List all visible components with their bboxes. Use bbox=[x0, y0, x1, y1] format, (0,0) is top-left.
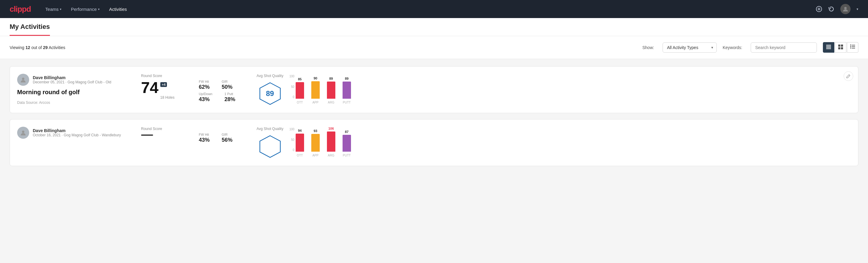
keyword-input[interactable] bbox=[751, 42, 817, 53]
stat-fw-hit-value-2: 43% bbox=[199, 137, 210, 143]
stat-1putt-value: 28% bbox=[224, 96, 235, 103]
bar-putt: 89 PUTT bbox=[343, 82, 351, 99]
show-label: Show: bbox=[643, 45, 654, 50]
bar-arg: 89 ARG bbox=[327, 82, 335, 99]
activity-card-2: Dave Billingham October 16, 2021 · Gog M… bbox=[10, 119, 858, 166]
stat-gir-value-2: 56% bbox=[222, 137, 232, 143]
svg-rect-5 bbox=[826, 46, 831, 47]
bar-app-value: 90 bbox=[314, 77, 317, 80]
user-date-2: October 16, 2021 · Gog Magog Golf Club -… bbox=[33, 133, 121, 137]
svg-point-3 bbox=[844, 7, 847, 9]
bar-putt-value-2: 87 bbox=[345, 130, 349, 134]
stat-gir-label-2: GIR bbox=[222, 133, 232, 136]
stat-fw-hit-value: 62% bbox=[199, 84, 210, 90]
y-label-0: 0 bbox=[289, 95, 294, 99]
page-header: My Activities bbox=[0, 18, 868, 36]
stat-gir-label: GIR bbox=[222, 80, 232, 83]
y-label-100: 100 bbox=[289, 75, 294, 78]
stat-fw-hit-label: FW Hit bbox=[199, 80, 210, 83]
bar-putt-2: 87 PUTT bbox=[343, 135, 351, 152]
svg-rect-7 bbox=[826, 49, 831, 49]
navbar: clippd Teams ▾ Performance ▾ Activities bbox=[0, 0, 868, 18]
view-grid-button[interactable] bbox=[835, 42, 846, 53]
activity-title: Morning round of golf bbox=[17, 89, 131, 96]
bar-ott-bar-2 bbox=[296, 134, 304, 152]
view-list-compact-button[interactable] bbox=[823, 42, 834, 53]
y-axis: 100 50 0 bbox=[289, 75, 294, 105]
stat-gir-value: 50% bbox=[222, 84, 232, 90]
user-name-2: Dave Billingham bbox=[33, 128, 121, 133]
nav-performance[interactable]: Performance ▾ bbox=[71, 5, 99, 13]
quality-section: Avg Shot Quality 89 bbox=[256, 74, 283, 106]
svg-point-20 bbox=[22, 130, 24, 133]
score-number: 74 bbox=[141, 80, 158, 95]
bar-app-bar bbox=[311, 81, 320, 99]
round-score-label: Round Score bbox=[141, 74, 189, 78]
filter-bar: Viewing 12 out of 29 Activities Show: Al… bbox=[0, 36, 868, 59]
bar-app-label: APP bbox=[312, 101, 318, 104]
user-row-2: Dave Billingham October 16, 2021 · Gog M… bbox=[17, 127, 131, 139]
bar-ott-label-2: OTT bbox=[297, 154, 303, 157]
stat-updown-value: 43% bbox=[199, 96, 212, 103]
nav-teams[interactable]: Teams ▾ bbox=[45, 5, 61, 13]
svg-rect-4 bbox=[826, 45, 831, 46]
avatar[interactable] bbox=[840, 4, 850, 14]
edit-button[interactable] bbox=[844, 71, 853, 81]
refresh-button[interactable] bbox=[828, 6, 834, 12]
card-left: Dave Billingham December 05, 2021 · Gog … bbox=[17, 74, 131, 105]
svg-marker-21 bbox=[260, 136, 280, 157]
score-holes: 18 Holes bbox=[160, 95, 175, 99]
stat-row-bottom: Up/Down 43% 1 Putt 28% bbox=[199, 92, 247, 103]
bar-arg-value: 89 bbox=[329, 77, 333, 80]
hex-value: 89 bbox=[266, 89, 274, 98]
app-logo[interactable]: clippd bbox=[10, 4, 31, 14]
stat-updown: Up/Down 43% bbox=[199, 92, 212, 103]
bar-putt-bar bbox=[343, 82, 351, 99]
y-label-50: 50 bbox=[289, 85, 294, 88]
avg-shot-quality-label: Avg Shot Quality bbox=[256, 74, 283, 78]
stat-gir-2: GIR 56% bbox=[222, 133, 232, 143]
score-badge: +4 bbox=[160, 82, 167, 87]
svg-rect-15 bbox=[852, 46, 855, 47]
activity-type-select-wrapper[interactable]: All Activity Types Round Practice bbox=[662, 42, 717, 53]
viewing-text: Viewing 12 out of 29 Activities bbox=[10, 45, 65, 50]
bar-app-2: 93 APP bbox=[311, 134, 320, 152]
bar-arg-bar bbox=[327, 82, 335, 99]
bar-arg-label-2: ARG bbox=[328, 154, 335, 157]
stat-gir: GIR 50% bbox=[222, 80, 232, 90]
data-source: Data Source: Arccos bbox=[17, 100, 131, 105]
bar-ott: 85 OTT bbox=[296, 82, 304, 99]
bar-putt-label-2: PUTT bbox=[343, 154, 351, 157]
bar-arg-label: ARG bbox=[328, 101, 335, 104]
bar-chart-2: 100 50 0 94 OTT 93 APP bbox=[289, 127, 851, 158]
round-score-label-2: Round Score bbox=[141, 127, 189, 131]
stat-1putt-label: 1 Putt bbox=[224, 92, 235, 96]
bar-putt-bar-2 bbox=[343, 135, 351, 152]
stat-fw-hit: FW Hit 62% bbox=[199, 80, 210, 90]
chart-bars: 85 OTT 90 APP 89 ARG bbox=[296, 75, 351, 105]
bar-app-value-2: 93 bbox=[314, 129, 317, 133]
svg-rect-6 bbox=[826, 47, 831, 48]
svg-rect-16 bbox=[850, 48, 851, 49]
stat-fw-hit-2: FW Hit 43% bbox=[199, 133, 210, 143]
view-list-detail-button[interactable] bbox=[847, 42, 858, 53]
svg-rect-8 bbox=[838, 45, 840, 47]
svg-rect-9 bbox=[841, 45, 843, 47]
card-stats: FW Hit 62% GIR 50% Up/Down 43% 1 Putt 28… bbox=[199, 74, 247, 103]
keywords-label: Keywords: bbox=[723, 45, 742, 50]
activity-type-select[interactable]: All Activity Types Round Practice bbox=[662, 42, 717, 53]
card-score: Round Score 74 +4 18 Holes bbox=[141, 74, 189, 99]
card-stats-2: FW Hit 43% GIR 56% bbox=[199, 127, 247, 143]
y-axis-2: 100 50 0 bbox=[289, 127, 294, 158]
card-score-2: Round Score bbox=[141, 127, 189, 136]
user-date: December 05, 2021 · Gog Magog Golf Club … bbox=[33, 80, 111, 84]
activity-card: Dave Billingham December 05, 2021 · Gog … bbox=[10, 66, 858, 113]
user-avatar bbox=[17, 74, 29, 86]
add-button[interactable] bbox=[816, 6, 822, 12]
bar-arg-value-2: 106 bbox=[329, 127, 334, 130]
quality-section-2: Avg Shot Quality bbox=[256, 127, 283, 158]
nav-activities[interactable]: Activities bbox=[109, 5, 127, 13]
hexagon-2 bbox=[258, 135, 282, 158]
hexagon-wrap-2 bbox=[256, 135, 283, 158]
avatar-chevron-icon: ▾ bbox=[857, 7, 858, 11]
